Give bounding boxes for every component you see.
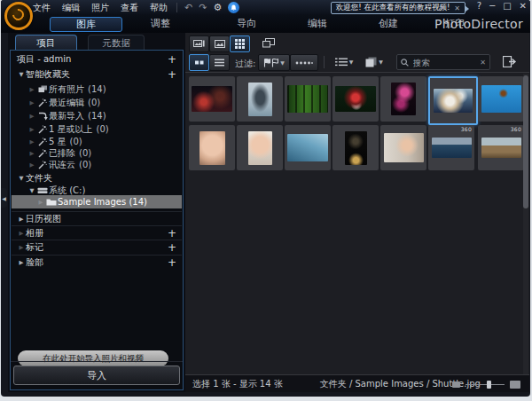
- minimize-button[interactable]: ─: [489, 1, 495, 11]
- scrollbar-thumb[interactable]: [523, 75, 528, 208]
- stack-options-button[interactable]: ▼: [361, 54, 387, 69]
- help-button[interactable]: ?: [477, 1, 481, 11]
- add-project-icon[interactable]: +: [168, 55, 176, 64]
- tree-item-recently-edited[interactable]: ▶ 最近编辑 (0): [12, 96, 182, 109]
- faces-row[interactable]: ▶ 脸部 +: [12, 255, 182, 269]
- tree-item-cyberlink-cloud[interactable]: ▶ 讯连云 (0): [12, 158, 182, 171]
- thumbnail-pano-beach[interactable]: 360: [478, 125, 524, 170]
- thumbnail-red-flower[interactable]: [332, 76, 379, 122]
- expand-arrow-icon[interactable]: ▶: [17, 259, 26, 266]
- thumbnail-bridge-night[interactable]: [189, 76, 235, 122]
- import-hint-callout[interactable]: 在此处开始导入照片和视频: [18, 350, 168, 366]
- expand-arrow-icon[interactable]: ▶: [17, 244, 26, 251]
- albums-row[interactable]: ▶ 相册 +: [12, 225, 182, 240]
- vertical-scrollbar[interactable]: [523, 74, 528, 374]
- notification-bell-icon[interactable]: [228, 2, 239, 13]
- add-smart-collection-icon[interactable]: +: [168, 70, 176, 79]
- thumbnail-snowboarder[interactable]: [478, 76, 524, 122]
- thumbnail-neon-signs[interactable]: [380, 76, 426, 122]
- stack-icon: [365, 57, 377, 67]
- redo-icon[interactable]: ↷: [199, 2, 207, 13]
- flag-filter-button[interactable]: ▼: [258, 54, 290, 71]
- import-button[interactable]: 导入: [13, 366, 180, 385]
- dual-display-button[interactable]: [258, 35, 278, 51]
- thumbnail-ocean-wave[interactable]: [285, 125, 331, 170]
- smart-collection-header[interactable]: ▼ 智能收藏夹 +: [12, 67, 182, 81]
- collapse-arrow-icon[interactable]: ▼: [27, 187, 36, 194]
- calendar-view-row[interactable]: ▶ 日历视图: [12, 211, 182, 225]
- search-box[interactable]: ✕: [396, 54, 490, 70]
- tooltip-close-icon[interactable]: ✕: [454, 4, 460, 12]
- thumbnail-woman-closeup[interactable]: [189, 125, 235, 170]
- zoom-slider[interactable]: [466, 384, 505, 385]
- expand-arrow-icon[interactable]: ▶: [27, 150, 36, 157]
- expand-arrow-icon[interactable]: ▶: [17, 230, 26, 237]
- photo-red-flower: [335, 86, 376, 112]
- photodirector-window: 文件 编辑 照片 查看 帮助 ↶ ↷ ⚙ 欢迎您! 在此查看所有的教程视频! ✕…: [1, 0, 530, 397]
- sort-options-button[interactable]: ▼: [331, 54, 357, 69]
- menu-photo[interactable]: 照片: [91, 2, 109, 14]
- item-count: (14): [88, 84, 106, 94]
- clear-search-icon[interactable]: ✕: [480, 59, 486, 67]
- menu-file[interactable]: 文件: [33, 2, 51, 14]
- view-photo-button[interactable]: [209, 35, 230, 52]
- menu-view[interactable]: 查看: [121, 2, 138, 14]
- zoom-out-thumbnail-icon[interactable]: [452, 381, 460, 388]
- expand-arrow-icon[interactable]: ▶: [27, 99, 36, 106]
- collapse-arrow-icon[interactable]: ▼: [17, 71, 26, 78]
- view-grid-button[interactable]: [230, 35, 250, 52]
- collapse-arrow-icon[interactable]: ▼: [17, 175, 26, 182]
- sidebar-tab-project[interactable]: 项目: [15, 35, 77, 51]
- tree-item-sample-images-selected[interactable]: ▶ Sample Images (14): [12, 195, 182, 208]
- tags-row[interactable]: ▶ 标记 +: [12, 240, 182, 254]
- settings-gear-icon[interactable]: ⚙: [213, 2, 222, 13]
- view-browser-button[interactable]: [189, 35, 209, 52]
- tree-item-one-star-up[interactable]: ▶ 1 星或以上 (0): [12, 122, 182, 136]
- menu-bar: 文件 编辑 照片 查看 帮助: [33, 2, 168, 14]
- tab-guided[interactable]: 导向: [220, 17, 273, 30]
- item-count: (0): [97, 124, 109, 134]
- folders-header-row[interactable]: ▼ 文件夹: [12, 171, 182, 185]
- undo-icon[interactable]: ↶: [184, 2, 192, 13]
- project-header-row[interactable]: 项目 - admin +: [12, 52, 182, 66]
- tree-item-latest-import[interactable]: ▶ 最新导入 (14): [12, 109, 182, 122]
- thumbnail-sail-boat[interactable]: [237, 76, 283, 122]
- tree-item-all-photos[interactable]: ▶ 所有照片 (14): [12, 83, 182, 96]
- add-face-icon[interactable]: +: [168, 258, 176, 267]
- expand-arrow-icon[interactable]: ▶: [27, 138, 36, 145]
- photo-woman-closeup: [200, 131, 225, 165]
- expand-arrow-icon[interactable]: ▶: [27, 161, 36, 169]
- thumbnail-shuttle-selected[interactable]: [428, 76, 478, 125]
- tab-library[interactable]: 图库: [50, 17, 122, 32]
- thumbnail-forest[interactable]: [285, 76, 331, 122]
- search-input[interactable]: [411, 57, 477, 68]
- thumbnail-pano-sea[interactable]: 360: [428, 125, 474, 170]
- expand-arrow-icon[interactable]: ▶: [27, 126, 36, 133]
- maximize-button[interactable]: □: [503, 1, 511, 11]
- close-button[interactable]: ✕: [520, 1, 527, 11]
- expand-arrow-icon[interactable]: ▶: [36, 199, 45, 206]
- menu-help[interactable]: 帮助: [150, 2, 168, 14]
- zoom-in-thumbnail-icon[interactable]: [510, 381, 520, 389]
- tab-create[interactable]: 创建: [362, 17, 415, 30]
- expand-arrow-icon[interactable]: ▶: [27, 113, 36, 120]
- add-album-icon[interactable]: +: [168, 229, 176, 238]
- tab-adjust[interactable]: 调整: [134, 17, 187, 30]
- window-controls: ? ─ □ ✕: [477, 1, 527, 11]
- export-button[interactable]: [499, 53, 520, 69]
- add-tag-icon[interactable]: +: [168, 243, 176, 252]
- thumbnail-laughing-woman[interactable]: [237, 125, 283, 170]
- zoom-slider-handle[interactable]: [487, 381, 491, 389]
- list-view-button[interactable]: [209, 54, 230, 71]
- panel-collapse-handle[interactable]: ◀: [1, 188, 7, 208]
- rating-dots-filter-button[interactable]: [290, 54, 318, 71]
- sidebar-tab-metadata[interactable]: 元数据: [88, 35, 145, 51]
- thumbnail-dark-legs[interactable]: [332, 125, 379, 170]
- thumbnail-woman-portrait[interactable]: [380, 125, 426, 170]
- thumbnail-view-button[interactable]: [189, 54, 209, 71]
- menu-edit[interactable]: 编辑: [62, 2, 80, 14]
- expand-arrow-icon[interactable]: ▶: [27, 86, 36, 93]
- magic-wand-icon: [36, 125, 49, 134]
- expand-arrow-icon[interactable]: ▶: [17, 216, 26, 223]
- tab-edit[interactable]: 编辑: [291, 17, 344, 30]
